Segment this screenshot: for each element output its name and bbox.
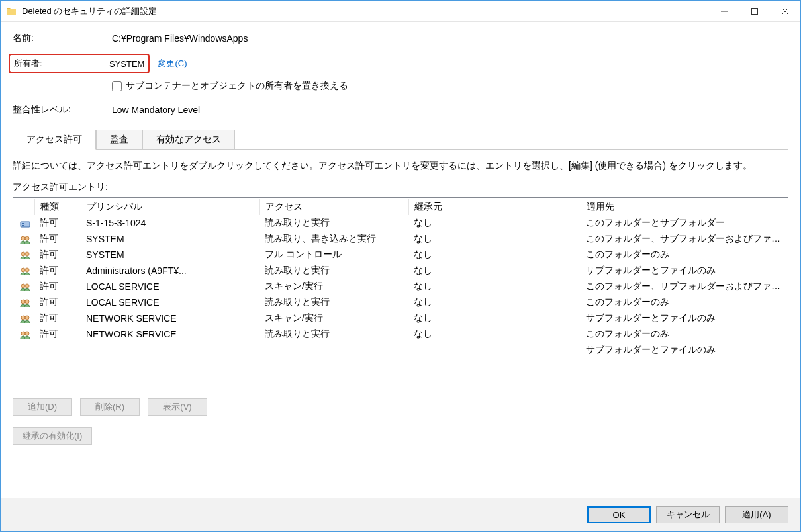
group-icon <box>20 298 30 308</box>
row-type: 許可 <box>34 231 81 247</box>
view-button[interactable]: 表示(V) <box>148 398 207 416</box>
row-icon-cell <box>15 231 34 247</box>
row-principal: LOCAL SERVICE <box>81 294 259 310</box>
table-row[interactable]: サブフォルダーとファイルのみ <box>15 342 786 358</box>
group-icon <box>20 250 30 261</box>
svg-point-18 <box>25 316 29 320</box>
sid-icon <box>20 218 30 229</box>
advanced-security-window: Deleted のセキュリティの詳細設定 名前: C:¥Program File… <box>0 0 801 532</box>
row-inherited: なし <box>408 231 581 247</box>
row-icon-cell <box>15 247 34 263</box>
owner-label: 所有者: <box>10 58 109 69</box>
content-area: 名前: C:¥Program Files¥WindowsApps 所有者: SY… <box>1 22 800 498</box>
table-row[interactable]: 許可LOCAL SERVICE読み取りと実行なしこのフォルダーのみ <box>15 294 786 310</box>
row-inherited: なし <box>408 247 581 263</box>
row-type: 許可 <box>34 294 81 310</box>
row-applies: このフォルダーのみ <box>581 294 786 310</box>
col-inherited-header[interactable]: 継承元 <box>408 199 581 215</box>
dialog-footer: OK キャンセル 適用(A) <box>1 498 800 531</box>
row-type: 許可 <box>34 310 81 326</box>
row-type: 許可 <box>34 215 81 231</box>
hint-text: 詳細については、アクセス許可エントリをダブルクリックしてください。アクセス許可エ… <box>13 160 788 172</box>
table-row[interactable]: 許可SYSTEMフル コントロールなしこのフォルダーのみ <box>15 247 786 263</box>
svg-point-15 <box>21 300 25 304</box>
table-header-row: 種類 プリンシパル アクセス 継承元 適用先 <box>15 199 786 215</box>
row-inherited: なし <box>408 279 581 294</box>
row-applies: このフォルダー、サブフォルダーおよびファイル <box>581 279 786 294</box>
tabs: アクセス許可 監査 有効なアクセス <box>13 129 788 150</box>
svg-point-13 <box>21 284 25 288</box>
row-icon-cell <box>15 294 34 310</box>
group-icon <box>20 330 30 340</box>
owner-value: SYSTEM <box>109 59 144 69</box>
row-icon-cell <box>15 342 34 358</box>
remove-button[interactable]: 削除(R) <box>80 398 140 416</box>
row-icon-cell <box>15 215 34 231</box>
row-applies: サブフォルダーとファイルのみ <box>581 342 786 358</box>
tab-permissions[interactable]: アクセス許可 <box>13 130 96 150</box>
row-inherited: なし <box>408 310 581 326</box>
apply-button[interactable]: 適用(A) <box>725 506 788 523</box>
enable-inheritance-button[interactable]: 継承の有効化(I) <box>13 427 92 445</box>
svg-point-10 <box>25 252 29 256</box>
row-principal: NETWORK SERVICE <box>81 310 259 326</box>
row-access: 読み取りと実行 <box>259 326 408 342</box>
cancel-button[interactable]: キャンセル <box>656 506 720 523</box>
row-type: 許可 <box>34 247 81 263</box>
row-icon-cell <box>15 326 34 342</box>
row-access: 読み取りと実行 <box>259 294 408 310</box>
row-applies: このフォルダーとサブフォルダー <box>581 215 786 231</box>
replace-owner-label: サブコンテナーとオブジェクトの所有者を置き換える <box>126 80 348 92</box>
folder-icon <box>6 6 17 17</box>
integrity-value: Low Mandatory Level <box>112 105 200 115</box>
row-access: スキャン/実行 <box>259 279 408 294</box>
col-access-header[interactable]: アクセス <box>259 199 408 215</box>
close-button[interactable] <box>770 1 800 21</box>
row-principal: SYSTEM <box>81 231 259 247</box>
row-icon-cell <box>15 310 34 326</box>
svg-point-19 <box>21 332 25 335</box>
table-row[interactable]: 許可SYSTEM読み取り、書き込みと実行なしこのフォルダー、サブフォルダーおよび… <box>15 231 786 247</box>
owner-row: 所有者: SYSTEM 変更(C) <box>13 54 788 73</box>
col-icon-header[interactable] <box>15 199 34 215</box>
svg-rect-6 <box>22 225 24 226</box>
table-row[interactable]: 許可NETWORK SERVICEスキャン/実行なしサブフォルダーとファイルのみ <box>15 310 786 326</box>
col-applies-header[interactable]: 適用先 <box>581 199 786 215</box>
maximize-button[interactable] <box>739 1 770 21</box>
tab-auditing[interactable]: 監査 <box>96 130 142 150</box>
svg-point-14 <box>25 284 29 288</box>
 <box>20 345 30 356</box>
ok-button[interactable]: OK <box>587 506 651 523</box>
name-row: 名前: C:¥Program Files¥WindowsApps <box>13 32 788 44</box>
tab-effective-access[interactable]: 有効なアクセス <box>142 130 235 150</box>
group-icon <box>20 314 30 324</box>
row-access: 読み取り、書き込みと実行 <box>259 231 408 247</box>
table-row[interactable]: 許可S-1-15-3-1024読み取りと実行なしこのフォルダーとサブフォルダー <box>15 215 786 231</box>
col-type-header[interactable]: 種類 <box>34 199 81 215</box>
change-owner-link[interactable]: 変更(C) <box>158 58 187 69</box>
name-value: C:¥Program Files¥WindowsApps <box>112 33 248 44</box>
window-title: Deleted のセキュリティの詳細設定 <box>22 5 709 17</box>
minimize-button[interactable] <box>709 1 739 21</box>
group-icon <box>20 266 30 277</box>
svg-point-8 <box>25 236 29 240</box>
integrity-row: 整合性レベル: Low Mandatory Level <box>13 104 788 116</box>
table-row[interactable]: 許可NETWORK SERVICE読み取りと実行なしこのフォルダーのみ <box>15 326 786 342</box>
row-access <box>259 342 408 358</box>
col-principal-header[interactable]: プリンシパル <box>81 199 259 215</box>
svg-point-16 <box>25 300 29 304</box>
add-button[interactable]: 追加(D) <box>13 398 72 416</box>
svg-rect-5 <box>22 223 24 224</box>
group-icon <box>20 234 30 245</box>
table-row[interactable]: 許可LOCAL SERVICEスキャン/実行なしこのフォルダー、サブフォルダーお… <box>15 279 786 294</box>
name-label: 名前: <box>13 32 112 44</box>
integrity-label: 整合性レベル: <box>13 104 112 116</box>
entries-label: アクセス許可エントリ: <box>13 181 788 193</box>
svg-rect-1 <box>752 8 758 14</box>
row-principal: NETWORK SERVICE <box>81 326 259 342</box>
row-applies: このフォルダーのみ <box>581 326 786 342</box>
replace-owner-checkbox[interactable] <box>112 81 122 91</box>
table-row[interactable]: 許可Administrators (A9FT¥...読み取りと実行なしサブフォル… <box>15 263 786 279</box>
inherit-buttons: 継承の有効化(I) <box>13 427 788 445</box>
system-buttons <box>709 1 800 21</box>
